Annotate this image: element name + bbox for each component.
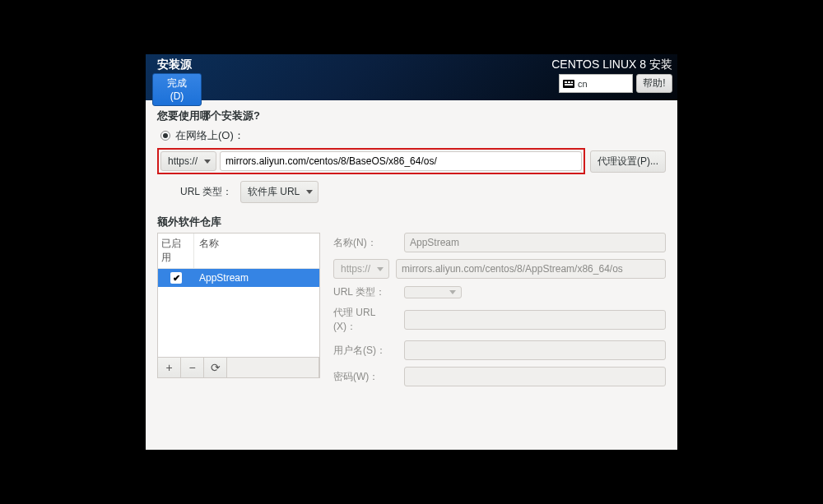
- repo-toolbar: + − ⟳: [157, 358, 320, 378]
- product-title: CENTOS LINUX 8 安装: [551, 58, 672, 72]
- chevron-down-icon: [204, 160, 211, 164]
- radio-on-network[interactable]: 在网络上(O)：: [157, 128, 666, 143]
- name-label: 名称(N)：: [333, 236, 398, 250]
- field-repo-url: https://: [333, 259, 666, 279]
- url-row: https:// 代理设置(P)...: [157, 148, 666, 174]
- url-type-row: URL 类型： 软件库 URL: [180, 181, 666, 203]
- proxy-settings-button[interactable]: 代理设置(P)...: [590, 150, 666, 173]
- keyboard-icon: [563, 80, 574, 88]
- proxy-url-input: [404, 310, 666, 330]
- radio-icon: [160, 131, 170, 141]
- header-right: CENTOS LINUX 8 安装 cn 帮助!: [551, 58, 672, 93]
- refresh-repo-button[interactable]: ⟳: [204, 358, 227, 377]
- field-username: 用户名(S)：: [333, 340, 666, 360]
- url-type-dropdown[interactable]: 软件库 URL: [240, 181, 319, 203]
- header-right-row: cn 帮助!: [559, 74, 672, 93]
- field-url-type: URL 类型：: [333, 285, 666, 299]
- highlighted-url-group: https://: [157, 148, 585, 174]
- done-button[interactable]: 完成(D): [152, 73, 202, 106]
- keyboard-indicator-label: cn: [578, 79, 588, 89]
- checkbox-checked-icon: ✔: [170, 272, 182, 284]
- proxy-url-label: 代理 URL (X)：: [333, 306, 398, 334]
- chevron-down-icon: [306, 190, 313, 194]
- url-type-label: URL 类型：: [180, 185, 232, 199]
- installer-source-window: 安装源 完成(D) CENTOS LINUX 8 安装 cn 帮助! 您要使用哪…: [146, 54, 677, 450]
- repo-list-column: 已启用 名称 ✔ AppStream + − ⟳: [157, 233, 320, 386]
- repo-list[interactable]: 已启用 名称 ✔ AppStream: [157, 233, 320, 358]
- header-left: 安装源 完成(D): [152, 58, 202, 106]
- repo-row-enabled[interactable]: ✔: [158, 269, 194, 287]
- protocol-dropdown[interactable]: https://: [160, 151, 216, 171]
- chevron-down-icon: [377, 267, 384, 271]
- additional-repos-title: 额外软件仓库: [157, 215, 666, 229]
- url-type-selected: 软件库 URL: [248, 185, 300, 199]
- keyboard-indicator[interactable]: cn: [559, 74, 633, 93]
- source-url-input[interactable]: [220, 151, 582, 171]
- username-label: 用户名(S)：: [333, 344, 398, 358]
- col-name-header[interactable]: 名称: [194, 234, 319, 268]
- repo-row-name: AppStream: [194, 270, 319, 286]
- content-area: 您要使用哪个安装源? 在网络上(O)： https:// 代理设置(P)... …: [146, 100, 677, 450]
- repo-url-type-label: URL 类型：: [333, 285, 398, 299]
- field-password: 密码(W)：: [333, 367, 666, 386]
- username-input: [404, 340, 666, 360]
- chevron-down-icon: [449, 290, 456, 294]
- field-proxy-url: 代理 URL (X)：: [333, 306, 666, 334]
- refresh-icon: ⟳: [211, 362, 221, 373]
- radio-on-network-label: 在网络上(O)：: [175, 128, 244, 143]
- repo-protocol-dropdown: https://: [333, 259, 389, 279]
- toolbar-spacer: [227, 358, 319, 377]
- password-label: 密码(W)：: [333, 370, 398, 384]
- add-repo-button[interactable]: +: [158, 358, 181, 377]
- col-enabled-header[interactable]: 已启用: [158, 234, 194, 268]
- help-button[interactable]: 帮助!: [636, 74, 672, 93]
- repo-list-header: 已启用 名称: [158, 234, 319, 269]
- repo-detail-column: 名称(N)： https:// URL 类型：: [333, 233, 666, 386]
- repo-name-input: [404, 233, 666, 252]
- password-input: [404, 367, 666, 386]
- page-title: 安装源: [152, 58, 202, 72]
- header-bar: 安装源 完成(D) CENTOS LINUX 8 安装 cn 帮助!: [146, 54, 677, 100]
- repo-row[interactable]: ✔ AppStream: [158, 269, 319, 287]
- remove-repo-button[interactable]: −: [181, 358, 204, 377]
- repos-layout: 已启用 名称 ✔ AppStream + − ⟳: [157, 233, 666, 386]
- field-name: 名称(N)：: [333, 233, 666, 252]
- protocol-selected: https://: [168, 155, 198, 167]
- repo-url-type-dropdown: [404, 286, 462, 298]
- repo-protocol-selected: https://: [341, 263, 370, 275]
- source-question: 您要使用哪个安装源?: [157, 109, 666, 123]
- repo-url-input: [396, 259, 666, 279]
